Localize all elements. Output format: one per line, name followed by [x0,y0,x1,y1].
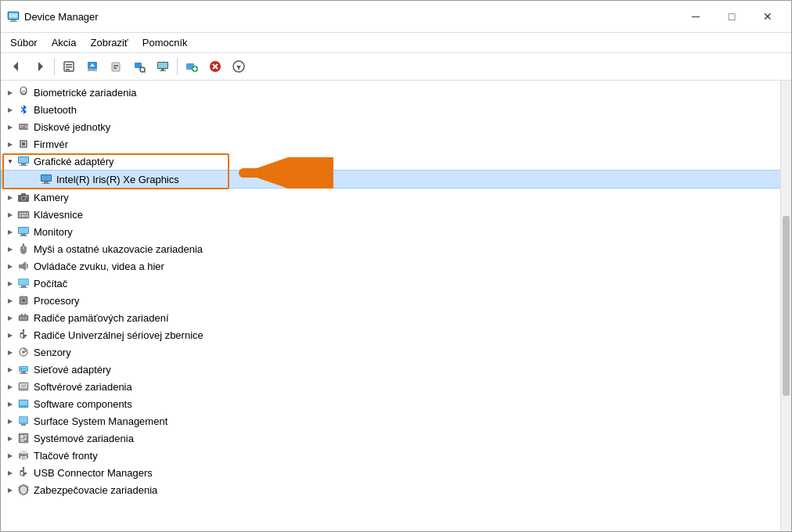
svg-marker-136 [23,467,25,469]
expand-arrow-monitors[interactable]: ▶ [4,225,16,238]
svg-rect-52 [42,183,50,184]
expand-arrow-sensors[interactable]: ▶ [4,346,16,358]
tree-item-disk[interactable]: ▶ Diskové jednotky [1,118,791,135]
icon-intel-graphics [39,172,53,186]
expand-arrow-graphics[interactable]: ▼ [4,155,16,167]
icon-computer [16,276,31,290]
maximize-button[interactable]: □ [715,5,749,27]
tree-item-firmware[interactable]: ▶ Firmvér [1,135,791,153]
svg-rect-100 [25,314,27,316]
icon-security [16,483,31,497]
expand-arrow-disk[interactable]: ▶ [4,120,16,133]
expand-arrow-mice[interactable]: ▶ [4,243,16,255]
expand-arrow-software-dev[interactable]: ▶ [4,380,16,393]
svg-rect-131 [22,457,25,458]
svg-line-19 [144,71,145,72]
label-biometric: Biometrické zariadenia [34,87,137,99]
tree-item-monitors[interactable]: ▶ Monitory [1,223,791,240]
svg-rect-108 [21,372,26,373]
monitor-button[interactable] [152,56,174,77]
tree-item-keyboard[interactable]: ▶ Klávesnice [1,206,791,223]
expand-arrow-keyboard[interactable]: ▶ [4,208,16,221]
svg-rect-56 [21,193,26,196]
svg-rect-60 [22,213,23,214]
expand-arrow-network[interactable]: ▶ [4,363,16,376]
expand-arrow-firmware[interactable]: ▶ [4,138,16,150]
add-hardware-button[interactable] [181,56,203,77]
scan-button[interactable] [128,56,150,77]
expand-arrow-memory[interactable]: ▶ [4,311,16,324]
tree-item-printers[interactable]: ▶ Tlačové fronty [1,447,791,464]
expand-arrow-bluetooth[interactable]: ▶ [4,103,16,116]
properties-button[interactable] [58,56,80,77]
svg-rect-129 [20,456,27,460]
expand-arrow-sound[interactable]: ▶ [4,260,16,272]
label-sensors: Senzory [34,347,71,358]
tree-item-mice[interactable]: ▶ Myši a ostatné ukazovacie zariadenia [1,240,791,257]
device-manager-window: DM Device Manager ─ □ ✕ Súbor Akcia Zobr… [0,0,792,532]
app-icon: DM [7,10,20,23]
expand-arrow-processors[interactable]: ▶ [4,294,16,307]
svg-rect-111 [20,368,27,369]
tree-item-intel-graphics[interactable]: ▶ Intel(R) Iris(R) Xe Graphics [1,170,791,189]
expand-arrow-usb-ctrl[interactable]: ▶ [4,329,16,341]
menu-help[interactable]: Pomocník [136,34,194,51]
tree-item-sound[interactable]: ▶ Ovládače zvuku, videa a hier [1,257,791,275]
remove-button[interactable] [204,56,226,77]
tree-item-usb-mgr[interactable]: ▶ USB Connector Managers [1,464,791,481]
expand-arrow-surface[interactable]: ▶ [4,415,16,427]
svg-rect-59 [20,213,21,214]
window-title: Device Manager [24,11,679,23]
svg-rect-96 [20,317,22,319]
tree-item-software-comp[interactable]: ▶ Software components [1,395,791,412]
close-button[interactable]: ✕ [751,5,785,27]
svg-rect-17 [135,63,142,68]
svg-rect-39 [20,125,24,126]
tree-item-sensors[interactable]: ▶ Senzory [1,343,791,361]
tree-item-security[interactable]: ▶ Zabezpečovacie zariadenia [1,481,791,498]
expand-arrow-biometric[interactable]: ▶ [4,86,16,99]
tree-item-software-dev[interactable]: ▶ </> Softvérové zariadenia [1,378,791,395]
svg-rect-125 [24,437,27,439]
expand-arrow-security[interactable]: ▶ [4,483,16,496]
menu-file[interactable]: Súbor [4,34,44,51]
icon-sound [16,259,31,273]
minimize-button[interactable]: ─ [679,5,713,27]
update-button[interactable] [81,56,103,77]
svg-rect-23 [160,70,166,71]
tree-item-system[interactable]: ▶ Systémové zariadenia [1,430,791,447]
scrollbar-track[interactable] [780,81,791,531]
expand-arrow-cameras[interactable]: ▶ [4,191,16,203]
expand-arrow-computer[interactable]: ▶ [4,277,16,289]
tree-item-cameras[interactable]: ▶ Kamery [1,189,791,206]
svg-point-73 [23,243,24,246]
tree-item-surface[interactable]: ▶ Surface System Management [1,412,791,430]
forward-button[interactable] [29,56,51,77]
tree-item-biometric[interactable]: ▶ Biometrické zariadenia [1,84,791,101]
svg-text:</>: </> [21,383,27,388]
tree-item-processors[interactable]: ▶ [1,292,791,309]
label-mice: Myši a ostatné ukazovacie zariadenia [34,243,203,255]
back-button[interactable] [5,56,27,77]
device-tree[interactable]: ▶ Biometrické zariadenia ▶ [1,81,791,501]
tree-item-network[interactable]: ▶ Sieťové adaptéry [1,361,791,378]
menu-action[interactable]: Akcia [45,34,83,51]
tree-item-memory[interactable]: ▶ Radiče pamäťových zariadení [1,309,791,326]
tree-item-graphics[interactable]: ▼ Grafické adaptéry [1,153,791,170]
icon-software-dev: </> [16,379,31,394]
scrollbar-thumb[interactable] [783,216,790,396]
svg-rect-40 [20,127,23,128]
uninstall-button[interactable] [105,56,127,77]
download-button[interactable] [228,56,250,77]
expand-arrow-software-comp[interactable]: ▶ [4,397,16,410]
icon-system [16,431,31,445]
menu-view[interactable]: Zobraziť [85,34,135,51]
expand-arrow-usb-mgr[interactable]: ▶ [4,466,16,479]
tree-item-usb-ctrl[interactable]: ▶ Radiče Univerzálnej sériovej zbernice [1,326,791,343]
tree-item-bluetooth[interactable]: ▶ Bluetooth [1,101,791,118]
svg-rect-98 [25,317,27,319]
expand-arrow-system[interactable]: ▶ [4,432,16,444]
icon-bluetooth [16,102,31,117]
expand-arrow-printers[interactable]: ▶ [4,449,16,462]
tree-item-computer[interactable]: ▶ Počítač [1,275,791,292]
